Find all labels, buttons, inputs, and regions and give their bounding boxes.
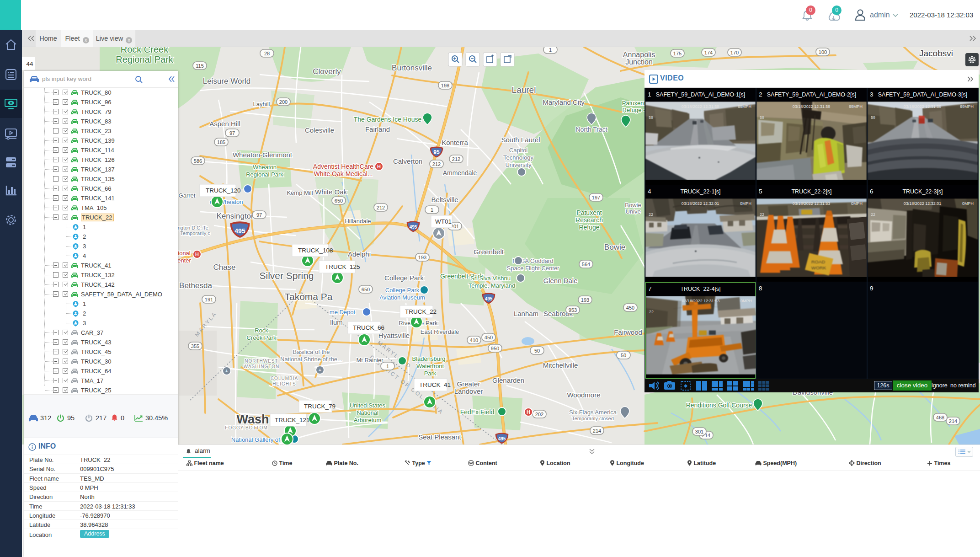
- svg-text:170: 170: [730, 50, 739, 55]
- svg-text:White Oak Medical...: White Oak Medical...: [314, 170, 373, 177]
- svg-text:Layhill: Layhill: [253, 101, 270, 107]
- svg-text:Junction: Junction: [625, 58, 653, 66]
- svg-text:H: H: [377, 164, 381, 169]
- svg-text:301: 301: [695, 429, 703, 434]
- svg-text:Renditions Golf Course: Renditions Golf Course: [686, 402, 752, 409]
- svg-text:Regional Park: Regional Park: [116, 54, 174, 64]
- svg-text:1: 1: [386, 364, 389, 369]
- svg-text:Beltsville: Beltsville: [431, 196, 458, 204]
- svg-text:Greenbelt: Greenbelt: [474, 248, 504, 256]
- svg-text:University: University: [505, 161, 532, 168]
- svg-text:+: +: [319, 367, 321, 373]
- svg-text:Colesville: Colesville: [305, 126, 334, 134]
- svg-text:Mt Rainier: Mt Rainier: [356, 357, 383, 364]
- svg-text:Woodmore: Woodmore: [567, 391, 600, 399]
- svg-text:185: 185: [217, 139, 225, 145]
- svg-text:Temporarily closed: Temporarily closed: [572, 416, 614, 421]
- svg-text:TRUCK_125: TRUCK_125: [325, 263, 360, 270]
- svg-text:South Laurel: South Laurel: [501, 136, 540, 144]
- svg-text:175: 175: [673, 51, 682, 56]
- svg-text:TRUCK_41: TRUCK_41: [419, 381, 451, 388]
- svg-text:Fairland: Fairland: [365, 125, 390, 133]
- svg-text:69MPH: 69MPH: [960, 104, 974, 109]
- svg-text:WASHINGTON: WASHINGTON: [244, 364, 279, 369]
- svg-text:Lanham: Lanham: [514, 310, 538, 317]
- svg-text:Regional Park: Regional Park: [246, 171, 283, 178]
- svg-text:North Tract: North Tract: [575, 126, 607, 133]
- svg-text:Hyattsville: Hyattsville: [378, 332, 410, 339]
- svg-text:214: 214: [949, 418, 957, 424]
- svg-text:Calverton: Calverton: [393, 157, 422, 165]
- svg-text:197: 197: [592, 195, 600, 200]
- svg-text:212: 212: [377, 205, 385, 210]
- svg-text:Ammendale: Ammendale: [443, 169, 477, 177]
- svg-text:llum: llum: [330, 318, 343, 326]
- svg-text:Capitol: Capitol: [509, 147, 528, 154]
- svg-text:650: 650: [335, 198, 343, 204]
- svg-text:Chase: Chase: [213, 263, 235, 272]
- svg-text:69MPH: 69MPH: [849, 104, 863, 109]
- svg-text:Research: Research: [575, 216, 603, 224]
- svg-text:212: 212: [432, 161, 441, 167]
- svg-text:Silver Spring: Silver Spring: [259, 270, 314, 281]
- svg-text:HEIGHTS: HEIGHTS: [272, 381, 296, 386]
- svg-text:450: 450: [626, 305, 634, 311]
- svg-text:Greater: Greater: [457, 380, 480, 388]
- svg-text:03/18/2022 12:31:53: 03/18/2022 12:31:53: [793, 201, 831, 206]
- svg-text:495: 495: [485, 296, 493, 301]
- svg-text:H: H: [195, 252, 199, 257]
- svg-text:03/18/2022 12:32:01: 03/18/2022 12:32:01: [682, 201, 719, 206]
- svg-text:650: 650: [362, 287, 370, 292]
- svg-text:H: H: [527, 409, 530, 415]
- svg-text:22: 22: [649, 212, 653, 217]
- svg-text:03/18/2022 12:31:53: 03/18/2022 12:31:53: [682, 299, 720, 303]
- svg-text:193: 193: [581, 297, 589, 303]
- svg-text:69MPH: 69MPH: [738, 104, 751, 109]
- svg-text:Basilica of the: Basilica of the: [293, 348, 330, 355]
- svg-text:COLUMBIA: COLUMBIA: [271, 376, 298, 381]
- svg-text:TRUCK_22: TRUCK_22: [405, 308, 437, 315]
- svg-text:Glenn Dale: Glenn Dale: [543, 277, 577, 284]
- svg-text:Aspen Hill: Aspen Hill: [209, 120, 240, 128]
- svg-text:Refuge: Refuge: [579, 224, 599, 231]
- svg-text:Bowie: Bowie: [625, 202, 641, 209]
- svg-text:NORTHWEST: NORTHWEST: [245, 359, 278, 364]
- svg-text:Maryland City: Maryland City: [543, 98, 585, 106]
- svg-text:me Depot: me Depot: [330, 309, 356, 316]
- svg-text:ional: ional: [178, 250, 191, 257]
- svg-text:TRUCK_66: TRUCK_66: [353, 324, 384, 331]
- svg-text:Bladensburg: Bladensburg: [412, 355, 446, 362]
- svg-text:950: 950: [491, 346, 499, 351]
- svg-text:Adelphi: Adelphi: [348, 250, 371, 258]
- svg-text:TRUCK_108: TRUCK_108: [298, 247, 333, 254]
- svg-text:College Park: College Park: [385, 287, 420, 294]
- svg-text:Space Flight Center: Space Flight Center: [507, 265, 560, 272]
- svg-text:Seat Pleasant: Seat Pleasant: [418, 433, 461, 441]
- svg-text:Temporarily c: Temporarily c: [180, 230, 210, 236]
- svg-text:450: 450: [485, 335, 493, 340]
- svg-text:The Gardens Ice House: The Gardens Ice House: [354, 116, 422, 123]
- svg-text:59: 59: [871, 115, 875, 120]
- svg-text:WORK: WORK: [811, 265, 826, 270]
- svg-text:Rock Creek: Rock Creek: [121, 47, 169, 54]
- svg-text:National: National: [357, 409, 378, 416]
- svg-text:Sri Siva Vishnu: Sri Siva Vishnu: [470, 275, 511, 282]
- svg-text:Arboretum: Arboretum: [354, 417, 382, 423]
- svg-text:495: 495: [234, 227, 245, 235]
- svg-text:Park: Park: [424, 370, 437, 377]
- svg-text:953: 953: [569, 307, 577, 313]
- svg-text:115: 115: [196, 63, 204, 69]
- svg-text:Burtonsville: Burtonsville: [392, 64, 432, 72]
- svg-text:Wheaton: Wheaton: [253, 164, 277, 171]
- svg-text:TRUCK_79: TRUCK_79: [304, 403, 336, 410]
- svg-text:Konterra: Konterra: [442, 139, 468, 146]
- svg-text:410: 410: [470, 337, 478, 343]
- svg-text:50: 50: [621, 353, 626, 358]
- svg-text:United States: United States: [350, 402, 386, 409]
- svg-text:0MPH: 0MPH: [851, 201, 863, 206]
- svg-text:National Gallery of Art: National Gallery of Art: [231, 436, 289, 443]
- svg-text:Aviation Museum: Aviation Museum: [379, 294, 425, 301]
- svg-text:468: 468: [936, 415, 944, 420]
- svg-text:0MPH: 0MPH: [740, 299, 752, 303]
- svg-text:97: 97: [256, 212, 262, 218]
